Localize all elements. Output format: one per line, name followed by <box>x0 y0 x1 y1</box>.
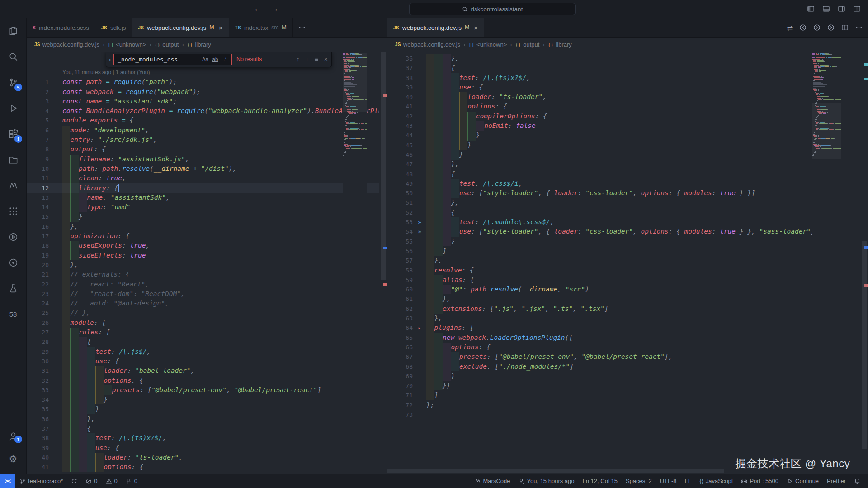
line-number[interactable]: 20 <box>27 260 49 270</box>
codelens[interactable]: You, 11 minutes ago | 1 author (You) <box>62 68 150 77</box>
errors[interactable]: 0 <box>81 474 101 488</box>
port[interactable]: Port : 5500 <box>737 474 783 488</box>
vertical-scrollbar[interactable] <box>381 52 386 280</box>
split-editor-icon[interactable] <box>841 24 849 31</box>
code-line[interactable]: 2const webpack = require("webpack"); <box>27 87 387 97</box>
breadcrumb-item-webpack-config-dev-js[interactable]: JSwebpack.config.dev.js <box>34 41 99 48</box>
code-line[interactable]: 45 } <box>387 141 868 150</box>
toggle-panel-icon[interactable] <box>822 5 830 13</box>
code-line[interactable]: 7 entry: "./src/sdk.js", <box>27 135 387 145</box>
command-center-search[interactable]: riskcontrolassistant <box>409 3 576 15</box>
code-line[interactable]: 30 use: { <box>27 357 387 366</box>
flagged[interactable]: 0 <box>122 474 142 488</box>
line-number[interactable]: 4 <box>27 106 49 116</box>
navigate-forward-icon[interactable]: → <box>271 5 278 13</box>
line-number[interactable]: 21 <box>27 270 49 279</box>
blame[interactable]: You, 15 hours ago <box>514 474 578 488</box>
line-number[interactable]: 25 <box>27 308 49 318</box>
line-number[interactable]: 40 <box>27 453 49 462</box>
more-actions-icon[interactable] <box>855 24 863 31</box>
tab-webpack-config-dev-js[interactable]: JSwebpack.config.dev.jsM× <box>132 18 229 37</box>
activity-pinned-counter[interactable]: 58 <box>0 301 26 327</box>
code-line[interactable]: 28 { <box>27 337 387 347</box>
code-line[interactable]: 14 type: "umd" <box>27 202 387 212</box>
code-line[interactable]: 73 <box>387 410 868 419</box>
match-case-toggle[interactable]: Aa <box>201 55 210 64</box>
code-line[interactable]: 52 { <box>387 208 868 217</box>
line-number[interactable]: 5 <box>27 116 49 125</box>
line-number[interactable]: 66 <box>387 343 413 352</box>
toggle-secondary-sidebar-icon[interactable] <box>838 5 845 13</box>
code-line[interactable]: 58 resolve: { <box>387 266 868 275</box>
breadcrumb-item-output[interactable]: {}output <box>515 41 540 48</box>
line-number[interactable]: 37 <box>27 424 49 433</box>
code-line[interactable]: 33 presets: ["@babel/preset-env", "@babe… <box>27 385 387 395</box>
code-line[interactable]: 15 } <box>27 212 387 221</box>
line-number[interactable]: 48 <box>387 169 413 179</box>
line-number[interactable]: 36 <box>27 414 49 424</box>
line-number[interactable]: 11 <box>27 174 49 183</box>
remote-indicator[interactable]: >< <box>0 474 15 488</box>
line-number[interactable]: 64 <box>387 323 413 333</box>
code-line[interactable]: 32 options: { <box>27 376 387 385</box>
code-line[interactable]: 34 } <box>27 395 387 404</box>
cursor-position[interactable]: Ln 12, Col 15 <box>579 474 622 488</box>
line-number[interactable]: 53 <box>387 217 413 227</box>
git-branch[interactable]: feat-nocraco* <box>15 474 67 488</box>
code-line[interactable]: 11 clean: true, <box>27 174 387 183</box>
activity-settings-gear-icon[interactable]: ⚙ <box>0 447 26 470</box>
code-line[interactable]: 31 loader: "babel-loader", <box>27 366 387 375</box>
customize-layout-icon[interactable] <box>853 5 861 13</box>
code-line[interactable]: 4const BundleAnalyzerPlugin = require("w… <box>27 106 387 116</box>
code-line[interactable]: 50 use: ["style-loader", { loader: "css-… <box>387 188 868 198</box>
navigate-forward-circle-icon[interactable] <box>813 24 821 31</box>
find-previous-icon[interactable]: ↑ <box>297 56 300 62</box>
code-line[interactable]: 51 }, <box>387 198 868 207</box>
find-replace-toggle[interactable]: › <box>106 52 113 67</box>
continue[interactable]: Continue <box>783 474 823 488</box>
line-number[interactable]: 34 <box>27 395 49 404</box>
line-number[interactable]: 16 <box>27 222 49 231</box>
line-number[interactable]: 57 <box>387 256 413 265</box>
line-number[interactable]: 49 <box>387 179 413 188</box>
code-line[interactable]: 46 } <box>387 150 868 160</box>
line-number[interactable]: 41 <box>27 462 49 472</box>
warnings[interactable]: 0 <box>102 474 122 488</box>
code-line[interactable]: 26 module: { <box>27 318 387 328</box>
line-number[interactable]: 18 <box>27 241 49 250</box>
indentation[interactable]: Spaces: 2 <box>622 474 656 488</box>
code-line[interactable]: 49 test: /\.css$/i, <box>387 179 868 188</box>
line-number[interactable]: 28 <box>27 337 49 347</box>
minimap[interactable] <box>812 52 841 474</box>
code-line[interactable]: 21 // externals: { <box>27 270 387 279</box>
code-line[interactable]: 1const path = require("path"); <box>27 77 387 87</box>
code-line[interactable]: 39 use: { <box>387 83 868 92</box>
line-number[interactable]: 2 <box>27 87 49 97</box>
line-number[interactable]: 51 <box>387 198 413 207</box>
line-number[interactable]: 40 <box>387 92 413 102</box>
line-number[interactable]: 14 <box>27 202 49 212</box>
activity-play-circle-icon[interactable] <box>0 224 26 250</box>
line-number[interactable]: 3 <box>27 97 49 106</box>
line-number[interactable]: 26 <box>27 318 49 328</box>
line-number[interactable]: 36 <box>387 54 413 63</box>
code-line[interactable]: 47 }, <box>387 160 868 169</box>
line-number[interactable]: 55 <box>387 237 413 246</box>
line-number[interactable]: 33 <box>27 385 49 395</box>
eol[interactable]: LF <box>681 474 696 488</box>
find-input[interactable]: _node_modules_css Aa ab .* <box>113 54 232 65</box>
horizontal-scrollbar[interactable] <box>387 469 724 473</box>
activity-run-debug-icon[interactable] <box>0 95 26 121</box>
sync-status[interactable] <box>67 474 81 488</box>
code-line[interactable]: 9 filename: "assistantSdk.js", <box>27 155 387 164</box>
code-line[interactable]: 3const name = "assistant_sdk"; <box>27 97 387 106</box>
code-line[interactable]: 67 presets: ["@babel/preset-env", "@babe… <box>387 352 868 361</box>
code-line[interactable]: 60 "@": path.resolve(__dirname, "src") <box>387 285 868 294</box>
code-line[interactable]: 59 alias: { <box>387 275 868 285</box>
code-line[interactable]: 69 } <box>387 371 868 381</box>
tab-index-module-scss[interactable]: Sindex.module.scss <box>27 18 95 37</box>
code-line[interactable]: 56 ] <box>387 246 868 256</box>
code-line[interactable]: 44 } <box>387 131 868 140</box>
line-number[interactable]: 13 <box>27 193 49 202</box>
line-number[interactable]: 29 <box>27 347 49 357</box>
